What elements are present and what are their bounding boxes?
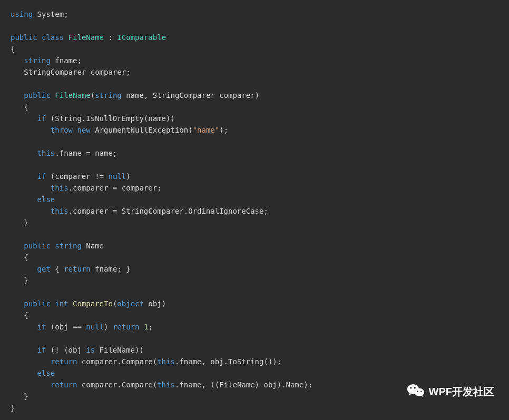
code-token: .comparer = comparer; bbox=[68, 184, 162, 192]
code-token: this bbox=[157, 357, 175, 366]
code-token: comparer.Compare( bbox=[77, 381, 157, 389]
code-token: } bbox=[11, 404, 15, 412]
code-token: if bbox=[37, 114, 46, 123]
code-token: { bbox=[51, 265, 64, 273]
code-token: int bbox=[55, 299, 68, 308]
code-token bbox=[11, 56, 24, 65]
code-token: { bbox=[11, 103, 28, 111]
code-token: throw bbox=[51, 126, 73, 134]
code-token: ) bbox=[104, 323, 113, 331]
code-token bbox=[11, 126, 51, 134]
code-token bbox=[11, 369, 37, 377]
svg-point-5 bbox=[420, 391, 422, 392]
code-token: null bbox=[108, 172, 126, 181]
wechat-icon bbox=[407, 383, 425, 400]
code-token: this bbox=[51, 207, 68, 215]
code-token: if bbox=[37, 346, 46, 354]
code-token: (comparer != bbox=[46, 172, 108, 181]
code-token: obj) bbox=[144, 299, 166, 308]
code-token: { bbox=[11, 311, 28, 319]
watermark-text: WPF开发社区 bbox=[429, 386, 494, 397]
code-token: return bbox=[51, 357, 77, 366]
code-token: this bbox=[37, 149, 55, 157]
svg-point-2 bbox=[410, 387, 412, 388]
code-token: name, StringComparer comparer) bbox=[122, 91, 259, 99]
code-token: ( bbox=[91, 91, 95, 99]
code-token bbox=[64, 33, 68, 42]
code-token: string bbox=[55, 242, 82, 250]
code-token bbox=[11, 299, 24, 308]
code-token bbox=[68, 299, 73, 308]
code-editor[interactable]: using System; public class FileName : IC… bbox=[0, 0, 509, 420]
code-token bbox=[11, 91, 24, 99]
code-token: ArgumentNullException( bbox=[91, 126, 193, 134]
code-token bbox=[139, 323, 143, 331]
code-token: if bbox=[37, 323, 46, 331]
code-token: } bbox=[11, 218, 28, 227]
code-token: FileName)) bbox=[95, 346, 144, 354]
code-token: using bbox=[11, 10, 33, 18]
code-block: using System; public class FileName : IC… bbox=[11, 10, 312, 412]
code-token: ; bbox=[148, 323, 152, 331]
code-token: : bbox=[104, 33, 117, 42]
code-token: public bbox=[24, 91, 51, 99]
code-token bbox=[11, 114, 37, 123]
code-token: .fname = name; bbox=[55, 149, 117, 157]
svg-point-3 bbox=[414, 387, 415, 388]
code-token: new bbox=[77, 126, 90, 134]
code-token: .comparer = StringComparer.OrdinalIgnore… bbox=[68, 207, 268, 215]
code-token: .fname, obj.ToString()); bbox=[175, 357, 281, 366]
code-token: CompareTo bbox=[73, 299, 113, 308]
svg-point-1 bbox=[414, 388, 424, 396]
code-token: this bbox=[157, 381, 175, 389]
code-token: return bbox=[64, 265, 91, 273]
code-token bbox=[11, 242, 24, 250]
code-token bbox=[11, 207, 51, 215]
code-token: ) bbox=[126, 172, 130, 181]
code-token bbox=[11, 195, 37, 204]
code-token: (! (obj bbox=[46, 346, 86, 354]
code-token bbox=[11, 357, 51, 366]
code-token: FileName bbox=[55, 91, 90, 99]
code-token: else bbox=[37, 369, 55, 377]
code-token: public bbox=[11, 33, 37, 42]
code-token: public bbox=[24, 299, 51, 308]
code-token: "name" bbox=[193, 126, 220, 134]
code-token: IComparable bbox=[117, 33, 166, 42]
code-token: } bbox=[11, 276, 28, 285]
code-token bbox=[11, 265, 37, 273]
code-token: object bbox=[117, 299, 144, 308]
code-token: FileName bbox=[68, 33, 104, 42]
code-token: { bbox=[11, 253, 28, 262]
code-token: return bbox=[51, 381, 77, 389]
code-token: .fname, ((FileName) obj).Name); bbox=[175, 381, 312, 389]
code-token: fname; bbox=[51, 56, 82, 65]
code-token: ); bbox=[219, 126, 228, 134]
code-token: null bbox=[86, 323, 104, 331]
code-token: System; bbox=[33, 10, 68, 18]
code-token: } bbox=[11, 392, 28, 401]
code-token bbox=[11, 323, 37, 331]
code-token: class bbox=[42, 33, 64, 42]
code-token bbox=[11, 172, 37, 181]
code-token: fname; } bbox=[91, 265, 131, 273]
code-token: is bbox=[86, 346, 95, 354]
code-token: this bbox=[51, 184, 68, 192]
code-token: (obj == bbox=[46, 323, 86, 331]
code-token: Name bbox=[82, 242, 104, 250]
code-token: get bbox=[37, 265, 51, 273]
code-token: StringComparer comparer; bbox=[11, 68, 131, 76]
code-token: public bbox=[24, 242, 51, 250]
code-token bbox=[11, 346, 37, 354]
watermark: WPF开发社区 bbox=[407, 383, 494, 400]
svg-point-4 bbox=[417, 391, 418, 392]
code-token bbox=[11, 381, 51, 389]
code-token: else bbox=[37, 195, 55, 204]
code-token bbox=[11, 149, 37, 157]
code-token: return bbox=[113, 323, 140, 331]
code-token: string bbox=[95, 91, 122, 99]
code-token: string bbox=[24, 56, 51, 65]
code-token bbox=[11, 184, 51, 192]
code-token: if bbox=[37, 172, 46, 181]
code-token bbox=[37, 33, 42, 42]
